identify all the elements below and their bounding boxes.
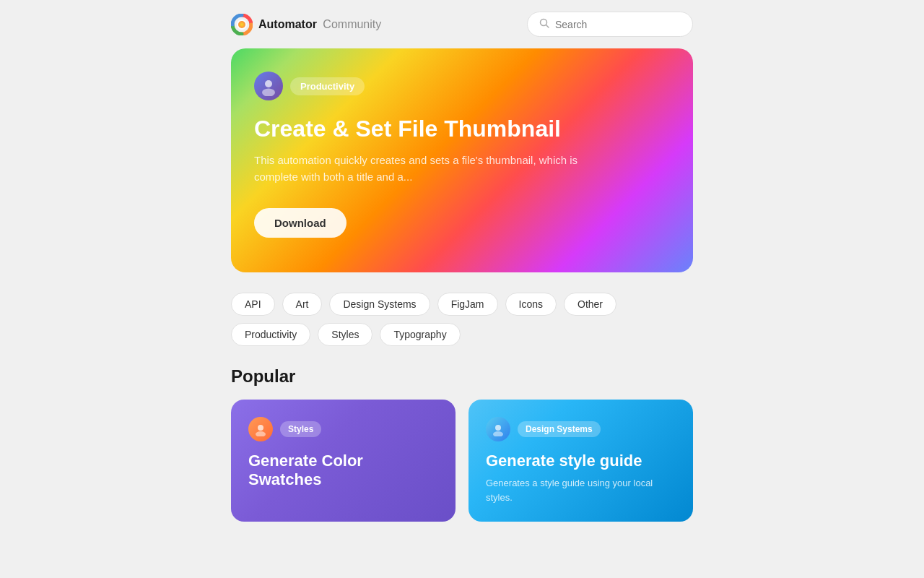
filter-tag-productivity[interactable]: Productivity [231,323,310,346]
popular-card-1-avatar [248,417,273,441]
popular-card-generate-style-guide[interactable]: Design Systems Generate style guide Gene… [468,400,693,522]
filter-tag-icons[interactable]: Icons [505,293,557,316]
popular-card-2-badge: Design Systems [518,421,601,437]
popular-card-1-title: Generate Color Swatches [248,452,438,490]
popular-title: Popular [231,366,693,387]
filter-tag-styles[interactable]: Styles [318,323,372,346]
popular-card-2-desc: Generates a style guide using your local… [486,476,676,504]
filter-tag-typography[interactable]: Typography [380,323,460,346]
filter-tag-other[interactable]: Other [564,293,616,316]
logo-area: Automator Community [231,14,381,35]
svg-point-7 [258,425,263,431]
svg-point-5 [265,80,272,87]
logo-text: Automator Community [258,18,381,31]
popular-card-2-title: Generate style guide [486,452,676,470]
popular-card-1-header: Styles [248,417,438,441]
download-button[interactable]: Download [254,208,346,238]
search-icon [539,18,549,30]
hero-description: This automation quickly creates and sets… [254,152,615,185]
popular-card-generate-color-swatches[interactable]: Styles Generate Color Swatches [231,400,456,522]
main-content: Productivity Create & Set File Thumbnail… [0,48,924,522]
svg-point-2 [238,21,245,28]
filter-tag-design-systems[interactable]: Design Systems [329,293,430,316]
hero-card-header: Productivity [254,72,670,100]
header: Automator Community [0,0,924,48]
filter-tag-figjam[interactable]: FigJam [437,293,498,316]
popular-card-2-header: Design Systems [486,417,676,441]
filter-tag-art[interactable]: Art [282,293,323,316]
popular-grid: Styles Generate Color Swatches Design Sy… [231,400,693,522]
search-bar[interactable] [527,12,693,37]
svg-line-4 [546,25,549,28]
hero-category-badge: Productivity [290,77,365,95]
search-input[interactable] [555,19,681,30]
filter-tags: API Art Design Systems FigJam Icons Othe… [231,293,693,346]
svg-point-10 [493,431,503,436]
svg-point-8 [256,431,266,436]
popular-card-1-badge: Styles [280,421,321,437]
svg-point-6 [262,89,275,97]
filter-tag-api[interactable]: API [231,293,275,316]
hero-title: Create & Set File Thumbnail [254,115,670,142]
hero-card: Productivity Create & Set File Thumbnail… [231,48,693,272]
svg-point-9 [495,425,501,431]
hero-avatar [254,72,283,100]
popular-card-2-avatar [486,417,510,441]
logo-icon [231,14,253,35]
popular-section: Popular Styles Generate Color Swatches [231,366,693,522]
